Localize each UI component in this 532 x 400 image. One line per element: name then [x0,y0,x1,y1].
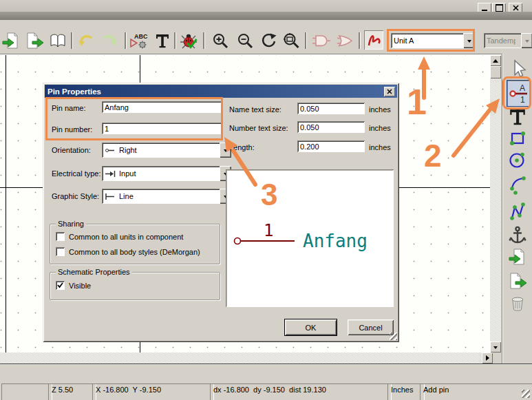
scroll-right-button[interactable] [482,352,493,364]
redraw-icon [259,32,277,50]
graphic-style-select[interactable]: Line [102,189,231,204]
svg-text:ABC: ABC [134,33,148,40]
electrical-type-select[interactable]: Input [102,166,231,181]
erc-bug-icon [180,32,198,50]
ok-button[interactable]: OK [285,319,337,335]
load-part-button[interactable] [1,31,21,50]
alias-selector: Tandempoti [484,33,532,48]
sheet-border-line [6,55,6,352]
common-units-checkbox[interactable] [56,232,65,241]
export-shape-tool[interactable] [507,271,528,291]
select-cursor-tool[interactable] [507,58,528,78]
zoom-out-button[interactable] [235,31,255,50]
cancel-button[interactable]: Cancel [348,319,394,335]
and-gate-icon [312,32,331,50]
add-polyline-tool[interactable] [507,199,528,224]
status-position-field: X -16.800 Y -9.150 [92,383,214,400]
load-part-icon [2,32,20,50]
de-morgan-convert-button[interactable] [336,31,357,50]
text-icon [154,32,171,49]
triangle-up-icon [493,56,498,63]
add-rectangle-tool[interactable] [507,127,528,147]
orientation-value: Right [119,146,137,154]
vertical-scrollbar[interactable] [490,55,501,352]
sharing-legend: Sharing [56,220,86,228]
orientation-select[interactable]: Right [102,143,231,158]
undo-icon [76,32,94,50]
polyline-tool-icon [507,199,528,224]
checkmark-icon [57,282,63,288]
or-gate-icon [337,32,356,50]
add-text-button[interactable] [153,31,172,50]
annotation-rect-pin-fields [45,97,223,140]
text-tool-icon [509,108,526,126]
scroll-up-button[interactable] [490,55,501,66]
dialog-titlebar[interactable]: Pin Properties [45,85,397,98]
number-text-size-input[interactable] [297,121,365,133]
minimize-icon [482,10,487,11]
name-text-size-label: Name text size: [229,105,281,114]
common-body-label: Common to all body styles (DeMorgan) [69,248,200,256]
length-input[interactable] [297,140,365,152]
add-text-tool[interactable] [507,107,528,127]
length-label: Length: [229,143,255,151]
dialog-resize-grip[interactable] [390,333,397,340]
electrical-type-value: Input [119,169,136,178]
visible-checkbox[interactable] [56,281,65,290]
number-text-size-label: Number text size: [229,124,288,132]
window-resize-grip[interactable] [522,390,530,398]
application-window: ABC [0,0,532,400]
add-circle-tool[interactable] [507,149,528,171]
trash-icon [508,293,527,313]
status-command-field: Add pin [420,383,532,400]
arc-tool-icon [507,173,528,196]
input-type-glyph-icon [105,170,116,178]
annotation-rect-unit-selector [387,29,475,52]
datasheet-pdf-button[interactable] [364,30,383,50]
name-text-size-input[interactable] [297,103,365,114]
pin-preview-pane: 1 Anfang [226,169,394,307]
cursor-icon [508,59,527,78]
graphic-style-label: Graphic Style: [52,192,99,200]
pin-check-button[interactable]: ABC [129,31,149,50]
zoom-out-icon [236,32,254,50]
annotation-number-3: 3 [261,180,277,210]
redo-button[interactable] [100,31,120,50]
close-icon [513,5,519,11]
dialog-close-button[interactable] [384,87,395,96]
toolbar-separator [125,32,126,49]
maximize-icon [496,4,503,12]
delete-item-tool[interactable] [507,293,528,313]
preview-pin-name: Anfang [303,231,368,251]
zoom-in-button[interactable] [211,31,230,50]
number-text-size-unit: inches [369,124,391,132]
save-part-button[interactable] [25,31,44,50]
rectangle-tool-icon [507,127,528,147]
triangle-right-icon [486,355,492,361]
vertical-scroll-thumb[interactable] [490,66,501,78]
add-arc-tool[interactable] [507,173,528,196]
window-titlebar[interactable] [0,0,532,12]
pin-right-glyph-icon [105,147,116,154]
anchor-icon [508,225,527,244]
import-shape-tool[interactable] [507,246,528,267]
sharing-groupbox: Sharing Common to all units in component… [50,224,220,264]
undo-button[interactable] [76,31,95,50]
de-morgan-standard-button[interactable] [311,31,332,50]
set-anchor-tool[interactable] [507,224,528,245]
scroll-down-button[interactable] [490,341,501,352]
visible-label: Visible [69,282,91,290]
save-part-icon [25,32,43,50]
horizontal-scrollbar[interactable] [0,352,493,364]
schematic-properties-legend: Schematic Properties [56,268,132,276]
alias-selector-value: Tandempoti [487,36,515,45]
erc-check-button[interactable] [179,31,198,50]
common-body-checkbox[interactable] [56,247,65,256]
zoom-fit-button[interactable] [281,31,301,50]
toolbar-separator [174,32,175,49]
close-icon [387,89,392,94]
pin-check-icon: ABC [129,32,149,50]
zoom-fit-icon [281,32,301,50]
redraw-view-button[interactable] [259,31,278,50]
library-browser-button[interactable] [48,31,67,50]
